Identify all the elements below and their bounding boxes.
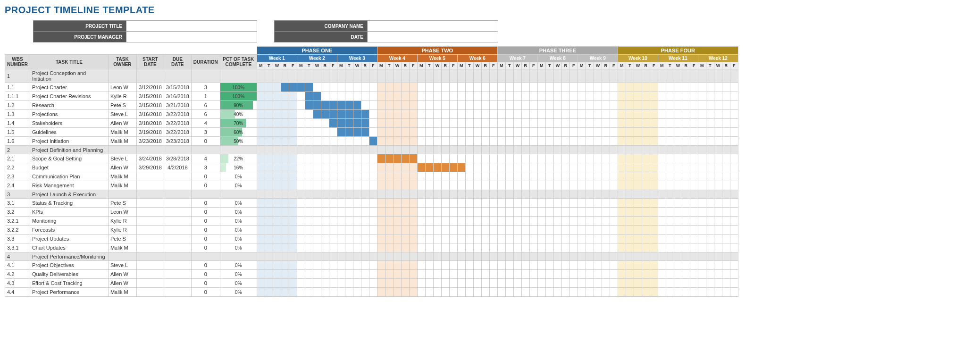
gantt-cell[interactable] xyxy=(457,288,465,297)
gantt-cell[interactable] xyxy=(393,234,401,243)
gantt-cell[interactable] xyxy=(449,234,457,243)
gantt-cell[interactable] xyxy=(545,270,553,279)
gantt-cell[interactable] xyxy=(537,279,545,288)
gantt-cell[interactable] xyxy=(674,261,682,270)
cell-due[interactable] xyxy=(164,270,191,279)
gantt-cell[interactable] xyxy=(602,226,610,234)
gantt-cell[interactable] xyxy=(505,92,513,101)
gantt-cell[interactable] xyxy=(481,190,489,199)
gantt-cell[interactable] xyxy=(441,270,449,279)
gantt-cell[interactable] xyxy=(610,199,618,208)
gantt-cell[interactable] xyxy=(570,119,578,128)
gantt-cell[interactable] xyxy=(273,128,281,137)
gantt-cell[interactable] xyxy=(489,101,497,110)
gantt-cell[interactable] xyxy=(529,261,537,270)
gantt-cell[interactable] xyxy=(305,172,313,181)
gantt-cell[interactable] xyxy=(409,252,417,261)
gantt-cell[interactable] xyxy=(537,119,545,128)
gantt-cell[interactable] xyxy=(353,146,361,154)
gantt-cell[interactable] xyxy=(377,146,385,154)
cell-title[interactable]: Project Conception and Initiation xyxy=(30,69,108,83)
gantt-cell[interactable] xyxy=(361,128,369,137)
gantt-cell[interactable] xyxy=(529,128,537,137)
gantt-cell[interactable] xyxy=(674,128,682,137)
gantt-cell[interactable] xyxy=(497,101,505,110)
gantt-cell[interactable] xyxy=(730,92,738,101)
gantt-cell[interactable] xyxy=(305,146,313,154)
gantt-cell[interactable] xyxy=(706,279,714,288)
gantt-cell[interactable] xyxy=(674,226,682,234)
cell-due[interactable]: 3/22/2018 xyxy=(164,119,191,128)
gantt-cell[interactable] xyxy=(385,154,393,163)
gantt-cell[interactable] xyxy=(674,181,682,190)
gantt-cell[interactable] xyxy=(297,181,305,190)
gantt-cell[interactable] xyxy=(481,128,489,137)
gantt-cell[interactable] xyxy=(642,137,650,146)
gantt-cell[interactable] xyxy=(473,217,481,226)
gantt-cell[interactable] xyxy=(570,270,578,279)
gantt-cell[interactable] xyxy=(706,199,714,208)
gantt-cell[interactable] xyxy=(586,128,594,137)
gantt-cell[interactable] xyxy=(377,119,385,128)
gantt-cell[interactable] xyxy=(698,252,706,261)
gantt-cell[interactable] xyxy=(618,199,626,208)
gantt-cell[interactable] xyxy=(473,92,481,101)
gantt-cell[interactable] xyxy=(650,154,658,163)
gantt-cell[interactable] xyxy=(393,110,401,119)
gantt-cell[interactable] xyxy=(602,146,610,154)
cell-pct[interactable]: 70% xyxy=(220,119,257,128)
gantt-cell[interactable] xyxy=(610,101,618,110)
gantt-cell[interactable] xyxy=(409,181,417,190)
cell-pct[interactable]: 0% xyxy=(220,243,257,252)
gantt-cell[interactable] xyxy=(353,69,361,83)
gantt-cell[interactable] xyxy=(353,83,361,92)
gantt-cell[interactable] xyxy=(706,234,714,243)
gantt-cell[interactable] xyxy=(473,252,481,261)
gantt-cell[interactable] xyxy=(321,128,329,137)
gantt-cell[interactable] xyxy=(722,101,730,110)
gantt-cell[interactable] xyxy=(698,119,706,128)
gantt-cell[interactable] xyxy=(473,137,481,146)
gantt-cell[interactable] xyxy=(658,69,666,83)
gantt-cell[interactable] xyxy=(441,181,449,190)
gantt-cell[interactable] xyxy=(329,208,337,217)
gantt-cell[interactable] xyxy=(650,172,658,181)
cell-wbs[interactable]: 1.1 xyxy=(5,83,30,92)
gantt-cell[interactable] xyxy=(634,208,642,217)
gantt-cell[interactable] xyxy=(345,226,353,234)
gantt-cell[interactable] xyxy=(257,226,265,234)
gantt-cell[interactable] xyxy=(529,270,537,279)
gantt-cell[interactable] xyxy=(329,252,337,261)
gantt-cell[interactable] xyxy=(465,270,473,279)
gantt-cell[interactable] xyxy=(369,154,377,163)
gantt-cell[interactable] xyxy=(594,128,602,137)
gantt-cell[interactable] xyxy=(369,92,377,101)
gantt-cell[interactable] xyxy=(714,172,722,181)
gantt-cell[interactable] xyxy=(321,270,329,279)
gantt-cell[interactable] xyxy=(642,146,650,154)
cell-title[interactable]: Project Launch & Execution xyxy=(30,190,108,199)
gantt-cell[interactable] xyxy=(265,199,273,208)
cell-wbs[interactable]: 2.2 xyxy=(5,163,30,172)
gantt-cell[interactable] xyxy=(561,92,570,101)
gantt-cell[interactable] xyxy=(369,146,377,154)
gantt-cell[interactable] xyxy=(289,146,297,154)
gantt-cell[interactable] xyxy=(714,110,722,119)
gantt-cell[interactable] xyxy=(634,288,642,297)
gantt-cell[interactable] xyxy=(353,101,361,110)
cell-pct[interactable]: 0% xyxy=(220,208,257,217)
gantt-cell[interactable] xyxy=(457,69,465,83)
gantt-cell[interactable] xyxy=(594,163,602,172)
gantt-cell[interactable] xyxy=(385,110,393,119)
gantt-cell[interactable] xyxy=(409,163,417,172)
gantt-cell[interactable] xyxy=(369,181,377,190)
gantt-cell[interactable] xyxy=(722,137,730,146)
gantt-cell[interactable] xyxy=(489,208,497,217)
gantt-cell[interactable] xyxy=(666,128,674,137)
cell-wbs[interactable]: 3.2.2 xyxy=(5,226,30,234)
gantt-cell[interactable] xyxy=(385,137,393,146)
gantt-cell[interactable] xyxy=(257,146,265,154)
gantt-cell[interactable] xyxy=(417,69,425,83)
gantt-cell[interactable] xyxy=(329,234,337,243)
gantt-cell[interactable] xyxy=(321,146,329,154)
